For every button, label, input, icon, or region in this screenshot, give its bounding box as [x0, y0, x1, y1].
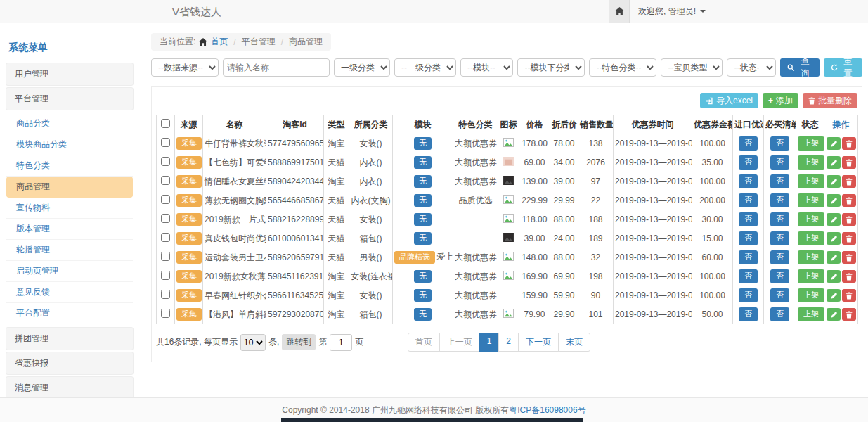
delete-button[interactable]	[842, 232, 856, 245]
import-toggle[interactable]: 否	[739, 136, 758, 150]
import-toggle[interactable]: 否	[739, 212, 758, 226]
edit-button[interactable]	[827, 232, 841, 245]
import-toggle[interactable]: 否	[739, 193, 758, 207]
row-checkbox[interactable]	[161, 309, 170, 318]
edit-button[interactable]	[827, 137, 841, 150]
row-checkbox[interactable]	[161, 214, 170, 223]
must-buy-toggle[interactable]: 否	[770, 250, 789, 264]
filter-level2-category[interactable]: --二级分类--	[394, 58, 456, 77]
sidebar-item-express-news[interactable]: 省惠快报	[6, 352, 134, 375]
edit-button[interactable]	[827, 289, 841, 302]
status-button[interactable]: 上架	[798, 155, 824, 169]
sidebar-item-platform-management[interactable]: 平台管理	[6, 87, 134, 110]
sidebar-item-group-buy-management[interactable]: 拼团管理	[6, 327, 134, 350]
row-checkbox[interactable]	[161, 176, 170, 185]
import-toggle[interactable]: 否	[739, 307, 758, 321]
must-buy-toggle[interactable]: 否	[770, 307, 789, 321]
sidebar-item-message-management[interactable]: 消息管理	[6, 376, 134, 399]
status-button[interactable]: 上架	[798, 250, 824, 264]
add-button[interactable]: + 添加	[763, 93, 798, 108]
sidebar-item-product-management[interactable]: 商品管理	[6, 177, 133, 198]
edit-button[interactable]	[827, 270, 841, 283]
sidebar-item-module-product-category[interactable]: 模块商品分类	[6, 134, 133, 155]
row-checkbox[interactable]	[161, 233, 170, 242]
sidebar-item-splash-page-management[interactable]: 启动页管理	[6, 261, 133, 282]
jump-button[interactable]: 跳转到	[282, 334, 316, 350]
icp-link[interactable]: 粤ICP备16098006号	[509, 404, 585, 416]
delete-button[interactable]	[842, 289, 856, 302]
edit-button[interactable]	[827, 251, 841, 264]
status-button[interactable]: 上架	[798, 193, 824, 207]
filter-module-subcategory[interactable]: --模块下分类--	[517, 58, 585, 77]
import-excel-button[interactable]: 导入excel	[700, 93, 758, 108]
sidebar-item-version-management[interactable]: 版本管理	[6, 219, 133, 240]
row-checkbox[interactable]	[161, 290, 170, 299]
import-toggle[interactable]: 否	[739, 231, 758, 245]
delete-button[interactable]	[842, 270, 856, 283]
sidebar-item-platform-config[interactable]: 平台配置	[6, 303, 133, 324]
import-toggle[interactable]: 否	[739, 269, 758, 283]
batch-delete-button[interactable]: 批量删除	[803, 93, 857, 108]
must-buy-toggle[interactable]: 否	[770, 155, 789, 169]
sidebar-item-promo-materials[interactable]: 宣传物料	[6, 198, 133, 219]
page-number-input[interactable]	[330, 334, 352, 351]
delete-button[interactable]	[842, 213, 856, 226]
must-buy-toggle[interactable]: 否	[770, 269, 789, 283]
filter-level1-category[interactable]: 一级分类	[334, 58, 390, 77]
must-buy-toggle[interactable]: 否	[770, 288, 789, 302]
filter-item-type[interactable]: --宝贝类型--	[661, 58, 723, 77]
pager-2[interactable]: 2	[498, 333, 519, 352]
delete-button[interactable]	[842, 175, 856, 188]
filter-feature-category[interactable]: --特色分类--	[589, 58, 656, 77]
breadcrumb-home-link[interactable]: 首页	[211, 36, 228, 48]
must-buy-toggle[interactable]: 否	[770, 174, 789, 188]
row-checkbox[interactable]	[161, 195, 170, 204]
import-toggle[interactable]: 否	[739, 250, 758, 264]
filter-name-input[interactable]	[223, 58, 330, 77]
edit-button[interactable]	[827, 175, 841, 188]
edit-button[interactable]	[827, 213, 841, 226]
import-toggle[interactable]: 否	[739, 288, 758, 302]
status-button[interactable]: 上架	[798, 288, 824, 302]
sidebar-item-feature-category[interactable]: 特色分类	[6, 155, 133, 177]
sidebar-item-carousel-management[interactable]: 轮播管理	[6, 240, 133, 261]
row-checkbox[interactable]	[161, 157, 170, 166]
home-button[interactable]	[609, 0, 630, 23]
reset-button[interactable]: 重置	[824, 58, 862, 77]
status-button[interactable]: 上架	[798, 212, 824, 226]
status-button[interactable]: 上架	[798, 269, 824, 283]
pager-1[interactable]: 1	[479, 333, 500, 352]
sidebar-item-product-category[interactable]: 商品分类	[6, 113, 133, 134]
edit-button[interactable]	[827, 194, 841, 207]
import-toggle[interactable]: 否	[739, 174, 758, 188]
delete-button[interactable]	[842, 308, 856, 321]
sidebar-item-user-management[interactable]: 用户管理	[6, 63, 134, 86]
must-buy-toggle[interactable]: 否	[770, 212, 789, 226]
filter-data-source[interactable]: --数据来源--	[151, 58, 219, 77]
sidebar-item-feedback[interactable]: 意见反馈	[6, 282, 133, 303]
user-menu[interactable]: 欢迎您, 管理员!	[630, 6, 714, 18]
status-button[interactable]: 上架	[798, 231, 824, 245]
edit-button[interactable]	[827, 156, 841, 169]
delete-button[interactable]	[842, 156, 856, 169]
must-buy-toggle[interactable]: 否	[770, 136, 789, 150]
delete-button[interactable]	[842, 194, 856, 207]
status-button[interactable]: 上架	[798, 307, 824, 321]
pager-末页[interactable]: 末页	[558, 333, 590, 352]
must-buy-toggle[interactable]: 否	[770, 193, 789, 207]
edit-button[interactable]	[827, 308, 841, 321]
row-checkbox[interactable]	[161, 252, 170, 261]
delete-button[interactable]	[842, 251, 856, 264]
must-buy-toggle[interactable]: 否	[770, 231, 789, 245]
select-all-checkbox[interactable]	[161, 119, 170, 128]
pager-下一页[interactable]: 下一页	[518, 333, 559, 352]
pager-首页[interactable]: 首页	[408, 333, 440, 352]
status-button[interactable]: 上架	[798, 136, 824, 150]
pager-上一页[interactable]: 上一页	[439, 333, 480, 352]
status-button[interactable]: 上架	[798, 174, 824, 188]
per-page-select[interactable]: 10	[240, 334, 266, 351]
query-button[interactable]: 查询	[780, 58, 819, 77]
delete-button[interactable]	[842, 137, 856, 150]
row-checkbox[interactable]	[161, 138, 170, 147]
filter-status[interactable]: --状态--	[727, 58, 776, 77]
